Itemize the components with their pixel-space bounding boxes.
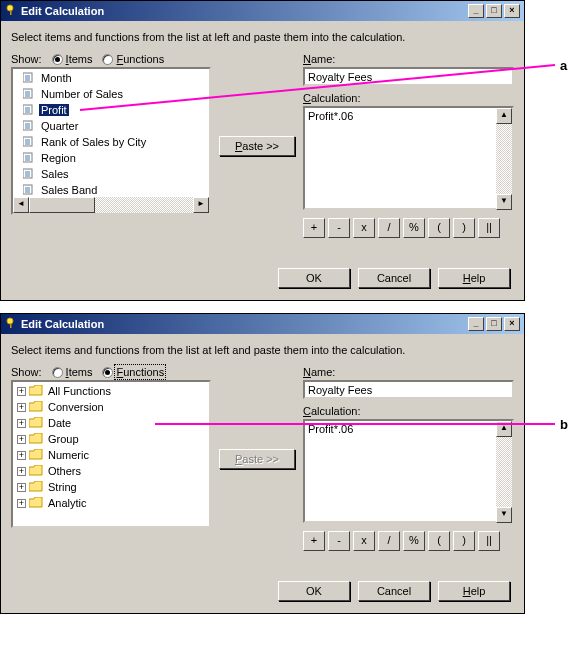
close-button[interactable]: × — [504, 4, 520, 18]
radio-functions[interactable]: Functions — [102, 53, 164, 65]
scroll-down-button[interactable]: ▼ — [496, 194, 512, 210]
show-label: Show: — [11, 366, 42, 378]
operator-button[interactable]: + — [303, 218, 325, 238]
operator-button[interactable]: % — [403, 218, 425, 238]
list-item[interactable]: +Numeric — [15, 447, 207, 463]
scroll-right-button[interactable]: ► — [193, 197, 209, 213]
calculation-textarea[interactable]: Profit*.06 — [303, 106, 514, 210]
help-button[interactable]: Help — [438, 581, 510, 601]
operator-button[interactable]: ( — [428, 218, 450, 238]
list-item[interactable]: Sales — [15, 166, 207, 182]
list-item[interactable]: Region — [15, 150, 207, 166]
expand-icon[interactable]: + — [17, 467, 26, 476]
item-icon — [23, 104, 36, 117]
list-item[interactable]: +Others — [15, 463, 207, 479]
name-input[interactable] — [303, 380, 514, 399]
operator-button[interactable]: % — [403, 531, 425, 551]
scroll-down-button[interactable]: ▼ — [496, 507, 512, 523]
ok-button[interactable]: OK — [278, 268, 350, 288]
maximize-button[interactable]: □ — [486, 317, 502, 331]
folder-icon — [29, 433, 43, 446]
list-item[interactable]: Sales Band — [15, 182, 207, 198]
item-icon — [23, 168, 36, 181]
edit-calculation-dialog-a: Edit Calculation _ □ × Select items and … — [0, 0, 525, 301]
operator-button[interactable]: || — [478, 218, 500, 238]
list-item-label: Sales Band — [39, 184, 99, 196]
list-item-label: Others — [46, 465, 83, 477]
cancel-button[interactable]: Cancel — [358, 581, 430, 601]
scroll-left-button[interactable]: ◄ — [13, 197, 29, 213]
list-item-label: String — [46, 481, 79, 493]
scroll-up-button[interactable]: ▲ — [496, 108, 512, 124]
operator-button[interactable]: / — [378, 218, 400, 238]
minimize-button[interactable]: _ — [468, 317, 484, 331]
maximize-button[interactable]: □ — [486, 4, 502, 18]
operator-button[interactable]: + — [303, 531, 325, 551]
calculation-label: Calculation: — [303, 92, 514, 104]
name-label: Name: — [303, 366, 514, 378]
folder-icon — [29, 497, 43, 510]
radio-functions[interactable]: Functions — [102, 366, 164, 378]
radio-items[interactable]: Items — [52, 366, 93, 378]
item-icon — [23, 88, 36, 101]
folder-icon — [29, 385, 43, 398]
item-icon — [23, 152, 36, 165]
vertical-scrollbar[interactable]: ▲ ▼ — [496, 108, 512, 210]
functions-listbox[interactable]: +All Functions+Conversion+Date+Group+Num… — [11, 380, 211, 528]
close-button[interactable]: × — [504, 317, 520, 331]
list-item[interactable]: Number of Sales — [15, 86, 207, 102]
expand-icon[interactable]: + — [17, 387, 26, 396]
list-item-label: Region — [39, 152, 78, 164]
operator-button[interactable]: ( — [428, 531, 450, 551]
cancel-button[interactable]: Cancel — [358, 268, 430, 288]
radio-items[interactable]: Items — [52, 53, 93, 65]
help-button[interactable]: Help — [438, 268, 510, 288]
expand-icon[interactable]: + — [17, 483, 26, 492]
expand-icon[interactable]: + — [17, 419, 26, 428]
horizontal-scrollbar[interactable]: ◄ ► — [13, 197, 209, 213]
instruction-text: Select items and functions from the list… — [11, 31, 514, 43]
list-item-label: Quarter — [39, 120, 80, 132]
list-item[interactable]: +Conversion — [15, 399, 207, 415]
operator-button[interactable]: || — [478, 531, 500, 551]
svg-rect-39 — [10, 323, 12, 328]
folder-icon — [29, 449, 43, 462]
radio-functions-label: unctions — [123, 53, 164, 65]
operator-button[interactable]: x — [353, 218, 375, 238]
expand-icon[interactable]: + — [17, 403, 26, 412]
expand-icon[interactable]: + — [17, 451, 26, 460]
folder-icon — [29, 417, 43, 430]
list-item[interactable]: +String — [15, 479, 207, 495]
radio-items-label: tems — [69, 53, 93, 65]
name-input[interactable] — [303, 67, 514, 86]
scroll-up-button[interactable]: ▲ — [496, 421, 512, 437]
list-item[interactable]: Quarter — [15, 118, 207, 134]
pushpin-icon — [5, 317, 17, 331]
operator-button[interactable]: / — [378, 531, 400, 551]
ok-button[interactable]: OK — [278, 581, 350, 601]
minimize-button[interactable]: _ — [468, 4, 484, 18]
item-icon — [23, 120, 36, 133]
list-item[interactable]: Rank of Sales by City — [15, 134, 207, 150]
vertical-scrollbar[interactable]: ▲ ▼ — [496, 421, 512, 523]
expand-icon[interactable]: + — [17, 435, 26, 444]
paste-button[interactable]: Paste >> — [219, 136, 295, 156]
expand-icon[interactable]: + — [17, 499, 26, 508]
operator-button[interactable]: ) — [453, 218, 475, 238]
list-item[interactable]: +Date — [15, 415, 207, 431]
folder-icon — [29, 401, 43, 414]
list-item[interactable]: Month — [15, 70, 207, 86]
list-item[interactable]: +All Functions — [15, 383, 207, 399]
operator-button[interactable]: - — [328, 218, 350, 238]
list-item-label: Number of Sales — [39, 88, 125, 100]
operator-button[interactable]: ) — [453, 531, 475, 551]
operator-button[interactable]: - — [328, 531, 350, 551]
list-item[interactable]: +Group — [15, 431, 207, 447]
list-item[interactable]: +Analytic — [15, 495, 207, 511]
items-listbox[interactable]: MonthNumber of SalesProfitQuarterRank of… — [11, 67, 211, 215]
calculation-textarea[interactable]: Profit*.06 — [303, 419, 514, 523]
list-item[interactable]: Profit — [15, 102, 207, 118]
list-item-label: All Functions — [46, 385, 113, 397]
operator-button[interactable]: x — [353, 531, 375, 551]
annotation-a: a — [560, 58, 567, 73]
